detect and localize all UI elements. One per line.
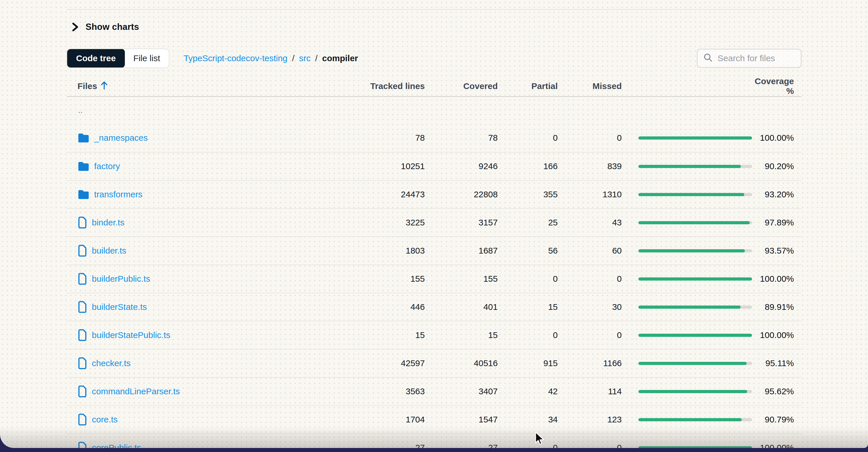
coverage-percent-value: 100.00% <box>752 274 801 284</box>
coverage-column-header: Coverage % <box>752 77 801 96</box>
coverage-bar-fill <box>639 165 741 168</box>
coverage-bar-fill <box>639 137 752 140</box>
coverage-bar-fill <box>639 193 744 196</box>
table-row: builderPublic.ts 155 155 0 0 100.00% <box>67 265 801 293</box>
tracked-lines-value: 446 <box>339 302 425 312</box>
file-name-link[interactable]: builderStatePublic.ts <box>92 330 170 340</box>
coverage-bar-track <box>639 137 752 140</box>
partial-value: 0 <box>498 443 558 448</box>
table-row: builderStatePublic.ts 15 15 0 0 100.00% <box>67 321 801 349</box>
table-row: _namespaces 78 78 0 0 100.00% <box>67 124 801 152</box>
files-column-header: Files <box>78 81 97 91</box>
file-name-link[interactable]: binder.ts <box>92 218 124 228</box>
breadcrumb-src-link[interactable]: src <box>299 53 311 63</box>
tracked-lines-value: 1803 <box>339 246 425 255</box>
file-name-link[interactable]: corePublic.ts <box>92 443 141 448</box>
table-row: core.ts 1704 1547 34 123 90.79% <box>67 405 801 433</box>
table-row: commandLineParser.ts 3563 3407 42 114 95… <box>67 377 801 405</box>
coverage-bar-track <box>639 305 752 309</box>
breadcrumb-repo-link[interactable]: TypeScript-codecov-testing <box>184 53 288 63</box>
partial-value: 0 <box>498 330 558 340</box>
partial-value: 355 <box>498 189 558 199</box>
missed-value: 1166 <box>558 358 622 368</box>
files-table: Files Tracked lines Covered Partial Miss… <box>67 76 801 448</box>
missed-value: 43 <box>558 218 622 228</box>
missed-value: 1310 <box>558 189 622 199</box>
coverage-bar-fill <box>639 305 741 309</box>
file-name-link[interactable]: builderState.ts <box>92 302 147 312</box>
coverage-bar-track <box>639 221 752 224</box>
partial-value: 25 <box>498 218 558 228</box>
file-name-link[interactable]: _namespaces <box>94 133 148 143</box>
coverage-percent-value: 100.00% <box>752 330 801 340</box>
coverage-percent-value: 93.20% <box>752 189 801 199</box>
partial-value: 56 <box>498 246 558 255</box>
file-name-link[interactable]: factory <box>94 161 120 171</box>
search-box[interactable] <box>697 49 801 68</box>
covered-value: 3407 <box>425 387 498 396</box>
coverage-bar-fill <box>639 249 745 252</box>
coverage-bar-track <box>639 390 752 393</box>
covered-value: 78 <box>425 133 498 143</box>
coverage-bar-track <box>639 249 752 252</box>
breadcrumb-separator: / <box>315 53 317 63</box>
tracked-lines-value: 78 <box>339 133 425 143</box>
sort-by-files[interactable]: Files <box>67 81 108 92</box>
coverage-bar-fill <box>639 390 747 393</box>
file-icon <box>78 414 87 426</box>
covered-value: 1547 <box>425 415 498 424</box>
missed-value: 123 <box>558 415 622 424</box>
coverage-percent-value: 97.89% <box>752 218 801 228</box>
file-icon <box>78 442 87 448</box>
missed-value: 0 <box>558 133 622 143</box>
coverage-bar-track <box>639 334 752 337</box>
tab-code-tree[interactable]: Code tree <box>67 49 125 68</box>
sort-ascending-icon <box>100 81 108 92</box>
covered-value: 22808 <box>425 189 498 199</box>
table-row: builder.ts 1803 1687 56 60 93.57% <box>67 236 801 265</box>
file-name-link[interactable]: commandLineParser.ts <box>92 387 180 396</box>
tab-file-list[interactable]: File list <box>125 49 168 67</box>
covered-value: 401 <box>425 302 498 312</box>
coverage-bar-track <box>639 193 752 196</box>
coverage-bar-fill <box>639 277 752 280</box>
file-icon <box>78 357 87 369</box>
missed-value: 114 <box>558 387 622 396</box>
coverage-bar-track <box>639 277 752 280</box>
table-row: transformers 24473 22808 355 1310 93.20% <box>67 180 801 208</box>
parent-directory-row: .. <box>67 97 801 124</box>
partial-value: 15 <box>498 302 558 312</box>
file-name-link[interactable]: core.ts <box>92 415 118 424</box>
coverage-bar-fill <box>639 362 747 365</box>
table-header-row: Files Tracked lines Covered Partial Miss… <box>67 76 801 97</box>
chevron-right-icon <box>71 22 79 32</box>
show-charts-toggle[interactable]: Show charts <box>71 22 139 32</box>
missed-column-header: Missed <box>558 81 622 91</box>
breadcrumb-current: compiler <box>322 53 358 63</box>
tracked-lines-value: 15 <box>339 330 425 340</box>
file-name-link[interactable]: checker.ts <box>92 358 131 368</box>
coverage-bar-fill <box>639 446 752 448</box>
partial-value: 42 <box>498 387 558 396</box>
tracked-lines-value: 24473 <box>339 189 425 199</box>
coverage-bar-fill <box>639 418 742 421</box>
partial-value: 34 <box>498 415 558 424</box>
file-name-link[interactable]: builderPublic.ts <box>92 274 150 284</box>
coverage-percent-value: 95.11% <box>752 358 801 368</box>
coverage-page: Show charts Code tree File list TypeScri… <box>0 0 868 448</box>
section-divider <box>67 9 801 10</box>
coverage-percent-value: 100.00% <box>752 133 801 143</box>
file-name-link[interactable]: builder.ts <box>92 246 126 255</box>
file-icon <box>78 216 87 229</box>
coverage-percent-value: 100.00% <box>752 443 801 448</box>
file-icon <box>78 385 87 397</box>
file-name-link[interactable]: transformers <box>94 189 143 199</box>
missed-value: 30 <box>558 302 622 312</box>
coverage-bar-fill <box>639 221 750 224</box>
missed-value: 0 <box>558 330 622 340</box>
folder-icon <box>78 189 90 200</box>
coverage-bar-track <box>639 362 752 365</box>
parent-directory-link[interactable]: .. <box>67 106 83 115</box>
search-input[interactable] <box>718 53 795 63</box>
table-row: binder.ts 3225 3157 25 43 97.89% <box>67 208 801 236</box>
